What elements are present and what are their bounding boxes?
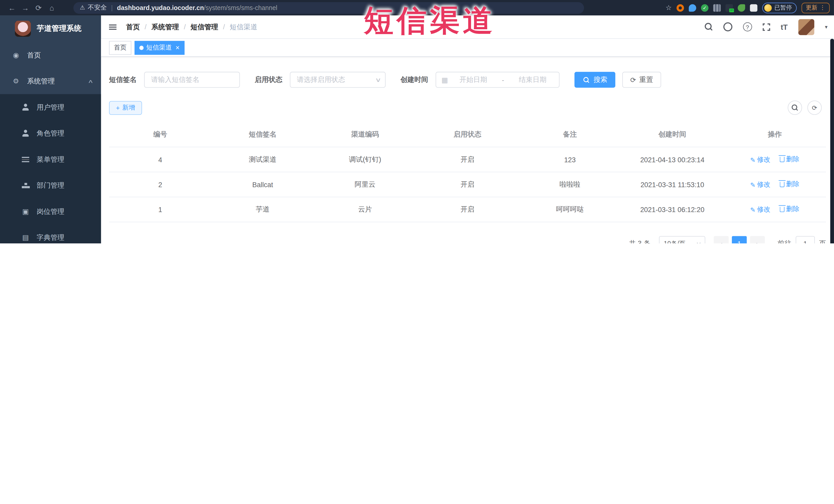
breadcrumb-sms[interactable]: 短信管理 — [191, 22, 218, 31]
sign-placeholder: 请输入短信签名 — [151, 75, 199, 85]
edit-link[interactable]: ✎修改 — [750, 155, 770, 164]
tab-home[interactable]: 首页 — [109, 41, 131, 54]
url-bar[interactable]: ⚠ 不安全 | dashboard.yudao.iocoder.cn/syste… — [73, 2, 584, 14]
toggle-search-button[interactable] — [788, 101, 802, 115]
menu-label: 部门管理 — [37, 180, 64, 190]
sms-channel-table: 编号 短信签名 渠道编码 启用状态 备注 创建时间 操作 4 测试渠道 — [109, 122, 826, 222]
col-remark: 备注 — [519, 122, 621, 147]
col-code: 渠道编码 — [314, 122, 416, 147]
goto-page-input[interactable]: 1 — [796, 236, 815, 243]
reset-button-label: 重置 — [639, 75, 653, 85]
extension-icon[interactable] — [725, 4, 733, 12]
extensions-puzzle-icon[interactable] — [750, 4, 758, 12]
extension-icon[interactable] — [677, 4, 684, 12]
status-placeholder: 请选择启用状态 — [297, 75, 345, 85]
delete-link[interactable]: 删除 — [780, 155, 799, 164]
sidebar-item-department-management[interactable]: 部门管理 — [0, 172, 101, 198]
search-form: 短信签名 请输入短信签名 启用状态 请选择启用状态 ∨ 创建时间 — [109, 72, 826, 88]
menu-label: 首页 — [27, 50, 41, 60]
extension-icon[interactable]: ✓ — [701, 4, 708, 12]
sidebar-item-menu-management[interactable]: 菜单管理 — [0, 146, 101, 172]
browser-forward-icon[interactable]: → — [19, 3, 32, 12]
date-end-placeholder: 结束日期 — [511, 75, 554, 85]
breadcrumb: 首页 / 系统管理 / 短信管理 / 短信渠道 — [126, 22, 258, 31]
sign-label: 短信签名 — [109, 75, 137, 85]
sidebar-collapse-icon[interactable] — [109, 24, 116, 29]
sign-input[interactable]: 请输入短信签名 — [144, 72, 240, 88]
date-range-picker[interactable]: ▦ 开始日期 - 结束日期 — [436, 72, 559, 88]
table-header-row: 编号 短信签名 渠道编码 启用状态 备注 创建时间 操作 — [109, 122, 826, 147]
refresh-table-button[interactable]: ⟳ — [807, 101, 822, 115]
help-icon[interactable]: ? — [743, 22, 752, 31]
not-secure-label[interactable]: 不安全 — [88, 3, 107, 12]
breadcrumb-separator: / — [145, 23, 147, 31]
bookmark-star-icon[interactable]: ☆ — [665, 4, 672, 12]
tags-view-bar: 首页 短信渠道 × — [101, 39, 834, 57]
delete-link[interactable]: 删除 — [780, 205, 799, 214]
reset-button[interactable]: ⟳ 重置 — [622, 72, 661, 88]
close-icon[interactable]: × — [176, 44, 180, 51]
browser-back-icon[interactable]: ← — [5, 3, 19, 12]
avatar[interactable] — [798, 19, 814, 35]
app-logo-row[interactable]: 芋道管理系统 — [0, 16, 101, 42]
header-search-icon[interactable] — [705, 23, 712, 31]
status-select[interactable]: 请选择启用状态 ∨ — [290, 72, 386, 88]
refresh-icon: ⟳ — [630, 76, 636, 84]
delete-link[interactable]: 删除 — [780, 180, 799, 189]
system-submenu: 用户管理 角色管理 菜单管理 部门管理 ▣ — [0, 94, 101, 243]
page-content: 短信签名 请输入短信签名 启用状态 请选择启用状态 ∨ 创建时间 — [101, 57, 834, 243]
browser-update-button[interactable]: 更新 ⋮ — [802, 2, 830, 13]
sidebar-menu: ◉ 首页 ⚙ 系统管理 ∧ 用户管理 角色管理 — [0, 42, 101, 243]
sidebar: 芋道管理系统 ◉ 首页 ⚙ 系统管理 ∧ 用户管理 — [0, 16, 101, 243]
add-button[interactable]: + 新增 — [109, 101, 142, 114]
search-icon — [584, 77, 589, 83]
user-icon — [21, 104, 30, 111]
sidebar-item-system-management[interactable]: ⚙ 系统管理 ∧ — [0, 68, 101, 94]
prev-page-button[interactable]: ‹ — [714, 236, 729, 243]
sidebar-item-post-management[interactable]: ▣ 岗位管理 — [0, 198, 101, 224]
edit-link[interactable]: ✎修改 — [750, 205, 770, 214]
edit-link[interactable]: ✎修改 — [750, 180, 770, 189]
fullscreen-icon[interactable] — [763, 23, 770, 30]
active-tab-dot — [139, 45, 144, 50]
browser-menu-dots-icon[interactable]: ⋮ — [820, 4, 826, 11]
date-separator: - — [502, 76, 504, 84]
breadcrumb-system[interactable]: 系统管理 — [151, 22, 179, 31]
url-domain: dashboard.yudao.iocoder.cn — [117, 4, 204, 12]
cell-sign: Ballcat — [212, 172, 314, 197]
page-size-value: 10条/页 — [664, 239, 685, 243]
breadcrumb-home[interactable]: 首页 — [126, 22, 140, 31]
sidebar-item-user-management[interactable]: 用户管理 — [0, 94, 101, 120]
search-icon — [792, 105, 798, 111]
trash-icon — [780, 157, 785, 162]
tab-sms-channel[interactable]: 短信渠道 × — [134, 41, 184, 54]
browser-home-icon[interactable]: ⌂ — [45, 3, 59, 12]
extension-icon[interactable] — [714, 4, 721, 12]
screen: ← → ⟳ ⌂ ⚠ 不安全 | dashboard.yudao.iocoder.… — [0, 0, 834, 243]
sidebar-item-dict-management[interactable]: ▤ 字典管理 — [0, 224, 101, 243]
sidebar-item-home[interactable]: ◉ 首页 — [0, 42, 101, 68]
search-button[interactable]: 搜索 — [574, 72, 616, 88]
page-size-select[interactable]: 10条/页 ∨ — [659, 236, 705, 243]
col-sign: 短信签名 — [212, 122, 314, 147]
font-size-icon[interactable]: tT — [781, 23, 788, 31]
sidebar-item-role-management[interactable]: 角色管理 — [0, 120, 101, 146]
cell-sign: 芋道 — [212, 197, 314, 222]
current-page-button[interactable]: 1 — [732, 236, 747, 243]
profile-paused-badge[interactable]: 已暂停 — [762, 2, 797, 13]
col-actions: 操作 — [724, 122, 826, 147]
app-logo — [15, 21, 31, 37]
browser-reload-icon[interactable]: ⟳ — [32, 3, 45, 12]
avatar-caret-down-icon[interactable]: ▾ — [825, 24, 828, 30]
scrollbar[interactable] — [830, 39, 834, 243]
github-icon[interactable] — [723, 22, 732, 31]
table-row: 2 Ballcat 阿里云 开启 啦啦啦 2021-03-31 11:53:10… — [109, 172, 826, 197]
breadcrumb-current: 短信渠道 — [230, 22, 258, 31]
next-page-button[interactable]: › — [750, 236, 765, 243]
dashboard-icon: ◉ — [12, 51, 20, 59]
tab-label: 首页 — [114, 43, 127, 52]
extension-icon[interactable] — [689, 4, 696, 12]
breadcrumb-separator: / — [184, 23, 186, 31]
extension-icon[interactable] — [738, 4, 745, 12]
users-icon — [21, 130, 30, 137]
